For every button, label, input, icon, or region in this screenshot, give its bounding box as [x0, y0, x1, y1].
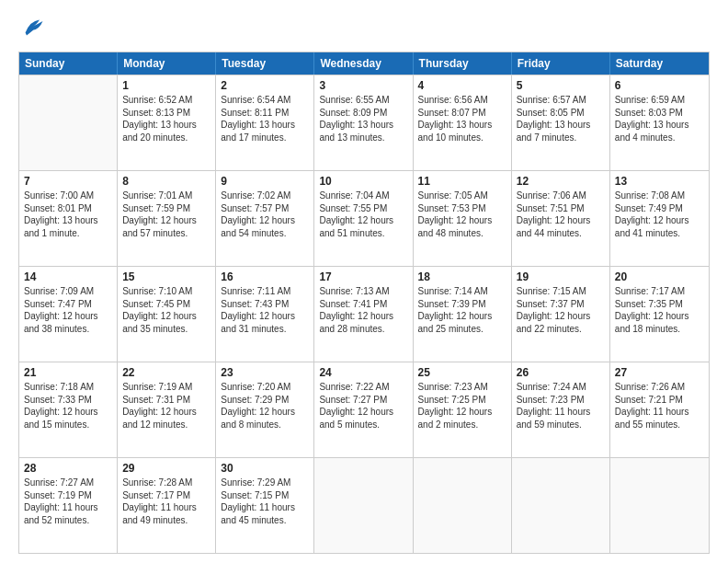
- calendar-cell: 5Sunrise: 6:57 AMSunset: 8:05 PMDaylight…: [512, 75, 610, 170]
- calendar-cell: 4Sunrise: 6:56 AMSunset: 8:07 PMDaylight…: [414, 75, 512, 170]
- day-number: 2: [221, 78, 309, 93]
- calendar-cell: 10Sunrise: 7:04 AMSunset: 7:55 PMDayligh…: [314, 171, 413, 266]
- page: SundayMondayTuesdayWednesdayThursdayFrid…: [0, 0, 728, 563]
- day-number: 6: [615, 78, 704, 93]
- calendar-cell: 7Sunrise: 7:00 AMSunset: 8:01 PMDaylight…: [19, 171, 118, 266]
- cell-info: Sunrise: 7:24 AMSunset: 7:23 PMDaylight:…: [517, 381, 605, 431]
- day-number: 13: [615, 174, 704, 189]
- day-number: 8: [122, 174, 210, 189]
- cell-info: Sunrise: 7:29 AMSunset: 7:15 PMDaylight:…: [221, 477, 309, 526]
- calendar-cell: 28Sunrise: 7:27 AMSunset: 7:19 PMDayligh…: [19, 458, 118, 553]
- calendar-cell: [610, 458, 709, 553]
- cell-info: Sunrise: 7:05 AMSunset: 7:53 PMDaylight:…: [418, 190, 506, 239]
- cell-info: Sunrise: 7:23 AMSunset: 7:25 PMDaylight:…: [418, 381, 506, 431]
- calendar-header-cell: Friday: [512, 52, 610, 75]
- calendar-cell: 24Sunrise: 7:22 AMSunset: 7:27 PMDayligh…: [314, 362, 413, 457]
- calendar: SundayMondayTuesdayWednesdayThursdayFrid…: [18, 52, 710, 554]
- calendar-header-cell: Tuesday: [216, 52, 314, 75]
- day-number: 3: [319, 78, 407, 93]
- cell-info: Sunrise: 7:22 AMSunset: 7:27 PMDaylight:…: [319, 381, 407, 431]
- day-number: 24: [319, 365, 407, 380]
- cell-info: Sunrise: 7:02 AMSunset: 7:57 PMDaylight:…: [221, 190, 309, 239]
- calendar-row: 7Sunrise: 7:00 AMSunset: 8:01 PMDaylight…: [19, 170, 709, 266]
- calendar-cell: 11Sunrise: 7:05 AMSunset: 7:53 PMDayligh…: [414, 171, 512, 266]
- cell-info: Sunrise: 7:20 AMSunset: 7:29 PMDaylight:…: [221, 381, 309, 431]
- day-number: 17: [319, 270, 407, 284]
- day-number: 7: [24, 174, 112, 189]
- calendar-header-cell: Wednesday: [314, 52, 413, 75]
- calendar-cell: 23Sunrise: 7:20 AMSunset: 7:29 PMDayligh…: [216, 362, 314, 457]
- cell-info: Sunrise: 7:28 AMSunset: 7:17 PMDaylight:…: [122, 477, 210, 526]
- day-number: 21: [24, 365, 112, 380]
- cell-info: Sunrise: 7:06 AMSunset: 7:51 PMDaylight:…: [517, 190, 605, 239]
- day-number: 16: [221, 270, 309, 284]
- calendar-cell: [314, 458, 413, 553]
- cell-info: Sunrise: 7:08 AMSunset: 7:49 PMDaylight:…: [615, 190, 704, 239]
- calendar-cell: [414, 458, 512, 553]
- day-number: 18: [418, 270, 506, 284]
- calendar-cell: 15Sunrise: 7:10 AMSunset: 7:45 PMDayligh…: [118, 267, 216, 362]
- calendar-cell: 30Sunrise: 7:29 AMSunset: 7:15 PMDayligh…: [216, 458, 314, 553]
- logo: [18, 15, 46, 42]
- cell-info: Sunrise: 7:13 AMSunset: 7:41 PMDaylight:…: [319, 285, 407, 335]
- calendar-cell: [512, 458, 610, 553]
- calendar-cell: 26Sunrise: 7:24 AMSunset: 7:23 PMDayligh…: [512, 362, 610, 457]
- day-number: 29: [122, 461, 210, 476]
- day-number: 28: [24, 461, 112, 476]
- cell-info: Sunrise: 7:17 AMSunset: 7:35 PMDaylight:…: [615, 285, 704, 335]
- calendar-cell: 16Sunrise: 7:11 AMSunset: 7:43 PMDayligh…: [216, 267, 314, 362]
- calendar-header-cell: Sunday: [19, 52, 118, 75]
- cell-info: Sunrise: 6:52 AMSunset: 8:13 PMDaylight:…: [122, 94, 210, 144]
- calendar-header-cell: Monday: [118, 52, 216, 75]
- day-number: 19: [517, 270, 605, 284]
- calendar-cell: 22Sunrise: 7:19 AMSunset: 7:31 PMDayligh…: [118, 362, 216, 457]
- calendar-header-row: SundayMondayTuesdayWednesdayThursdayFrid…: [19, 52, 709, 75]
- day-number: 9: [221, 174, 309, 189]
- calendar-cell: 21Sunrise: 7:18 AMSunset: 7:33 PMDayligh…: [19, 362, 118, 457]
- calendar-header-cell: Thursday: [414, 52, 512, 75]
- cell-info: Sunrise: 7:19 AMSunset: 7:31 PMDaylight:…: [122, 381, 210, 431]
- cell-info: Sunrise: 6:57 AMSunset: 8:05 PMDaylight:…: [517, 94, 605, 144]
- calendar-cell: 18Sunrise: 7:14 AMSunset: 7:39 PMDayligh…: [414, 267, 512, 362]
- cell-info: Sunrise: 7:09 AMSunset: 7:47 PMDaylight:…: [24, 285, 112, 335]
- day-number: 5: [517, 78, 605, 93]
- calendar-cell: 9Sunrise: 7:02 AMSunset: 7:57 PMDaylight…: [216, 171, 314, 266]
- day-number: 1: [122, 78, 210, 93]
- calendar-body: 1Sunrise: 6:52 AMSunset: 8:13 PMDaylight…: [19, 75, 709, 553]
- day-number: 27: [615, 365, 704, 380]
- calendar-row: 28Sunrise: 7:27 AMSunset: 7:19 PMDayligh…: [19, 457, 709, 553]
- day-number: 15: [122, 270, 210, 284]
- calendar-cell: 14Sunrise: 7:09 AMSunset: 7:47 PMDayligh…: [19, 267, 118, 362]
- calendar-cell: 6Sunrise: 6:59 AMSunset: 8:03 PMDaylight…: [610, 75, 709, 170]
- calendar-cell: 12Sunrise: 7:06 AMSunset: 7:51 PMDayligh…: [512, 171, 610, 266]
- day-number: 11: [418, 174, 506, 189]
- cell-info: Sunrise: 7:26 AMSunset: 7:21 PMDaylight:…: [615, 381, 704, 431]
- calendar-cell: 13Sunrise: 7:08 AMSunset: 7:49 PMDayligh…: [610, 171, 709, 266]
- calendar-row: 21Sunrise: 7:18 AMSunset: 7:33 PMDayligh…: [19, 362, 709, 457]
- calendar-cell: 29Sunrise: 7:28 AMSunset: 7:17 PMDayligh…: [118, 458, 216, 553]
- cell-info: Sunrise: 6:55 AMSunset: 8:09 PMDaylight:…: [319, 94, 407, 144]
- day-number: 4: [418, 78, 506, 93]
- header: [18, 15, 710, 42]
- cell-info: Sunrise: 7:15 AMSunset: 7:37 PMDaylight:…: [517, 285, 605, 335]
- day-number: 30: [221, 461, 309, 476]
- day-number: 25: [418, 365, 506, 380]
- cell-info: Sunrise: 6:54 AMSunset: 8:11 PMDaylight:…: [221, 94, 309, 144]
- cell-info: Sunrise: 7:01 AMSunset: 7:59 PMDaylight:…: [122, 190, 210, 239]
- cell-info: Sunrise: 7:00 AMSunset: 8:01 PMDaylight:…: [24, 190, 112, 239]
- calendar-row: 1Sunrise: 6:52 AMSunset: 8:13 PMDaylight…: [19, 75, 709, 170]
- calendar-cell: 3Sunrise: 6:55 AMSunset: 8:09 PMDaylight…: [314, 75, 413, 170]
- cell-info: Sunrise: 7:18 AMSunset: 7:33 PMDaylight:…: [24, 381, 112, 431]
- calendar-cell: 25Sunrise: 7:23 AMSunset: 7:25 PMDayligh…: [414, 362, 512, 457]
- calendar-cell: [19, 75, 118, 170]
- calendar-header-cell: Saturday: [610, 52, 709, 75]
- cell-info: Sunrise: 7:10 AMSunset: 7:45 PMDaylight:…: [122, 285, 210, 335]
- calendar-cell: 17Sunrise: 7:13 AMSunset: 7:41 PMDayligh…: [314, 267, 413, 362]
- calendar-cell: 27Sunrise: 7:26 AMSunset: 7:21 PMDayligh…: [610, 362, 709, 457]
- logo-bird-icon: [20, 15, 46, 40]
- calendar-cell: 19Sunrise: 7:15 AMSunset: 7:37 PMDayligh…: [512, 267, 610, 362]
- day-number: 20: [615, 270, 704, 284]
- cell-info: Sunrise: 7:11 AMSunset: 7:43 PMDaylight:…: [221, 285, 309, 335]
- day-number: 22: [122, 365, 210, 380]
- cell-info: Sunrise: 7:04 AMSunset: 7:55 PMDaylight:…: [319, 190, 407, 239]
